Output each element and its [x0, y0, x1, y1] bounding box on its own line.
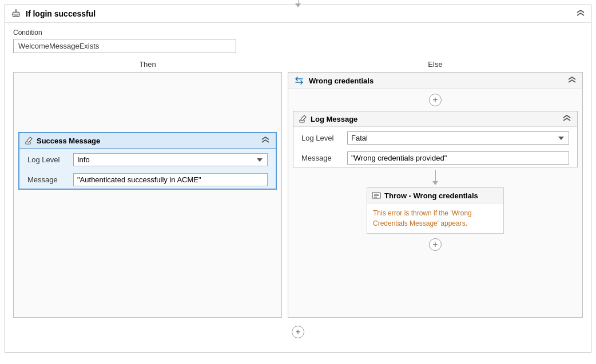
double-chevron-up-icon [576, 10, 585, 17]
throw-icon [372, 191, 381, 200]
bottom-row: + [5, 318, 591, 344]
throw-box-header: Throw - Wrong credentials [367, 188, 503, 203]
then-column: Then Success Me [13, 58, 288, 318]
success-message-title: Success Message [37, 137, 100, 145]
outer-panel: If login successful Condition Then [5, 5, 591, 353]
svg-rect-2 [17, 14, 18, 15]
success-double-chevron-up-icon [261, 137, 270, 143]
robot-icon [11, 9, 21, 19]
arrow-line [435, 170, 436, 181]
outer-panel-collapse-btn[interactable] [576, 9, 585, 18]
log-msg-chevron-up-icon [562, 115, 571, 122]
outer-panel-title-group: If login successful [11, 9, 96, 19]
wrong-cred-chevron-up-icon [567, 77, 577, 83]
log-level-select[interactable]: Fatal Trace Debug Info Warning Error [347, 131, 569, 145]
edit-icon [25, 137, 33, 145]
arrow-connector [288, 167, 582, 187]
log-message-panel: Log Message Log Level [293, 111, 578, 167]
log-message-header: Log Message [293, 111, 577, 127]
condition-label: Condition [13, 29, 583, 37]
success-message-collapse-btn[interactable] [261, 136, 270, 145]
log-level-row: Log Level Fatal Trace Debug Info Warning… [293, 127, 577, 147]
else-sub-panel: Wrong credentials + [288, 72, 583, 318]
arrow-head [432, 181, 438, 185]
wrong-credentials-title-group: Wrong credentials [294, 75, 374, 86]
condition-input[interactable] [13, 39, 236, 53]
then-label: Then [13, 58, 282, 72]
log-message-row: Message [293, 147, 577, 167]
main-container: If login successful Condition Then [0, 0, 596, 364]
outer-panel-header: If login successful [5, 5, 591, 23]
success-log-level-label: Log Level [27, 155, 67, 164]
log-message-title: Log Message [311, 115, 357, 123]
log-msg-label: Message [301, 154, 341, 162]
add-circle-1[interactable]: + [429, 94, 442, 106]
wrong-credentials-collapse-btn[interactable] [567, 76, 577, 85]
throw-box-title: Throw - Wrong credentials [384, 191, 478, 200]
success-message-label: Message [27, 175, 67, 184]
success-log-level-select[interactable]: Info Trace Debug Warning Error Fatal [73, 153, 268, 166]
success-log-level-row: Log Level Info Trace Debug Warning Error… [19, 149, 276, 169]
else-label: Else [288, 58, 583, 72]
svg-rect-0 [13, 12, 19, 17]
log-edit-icon [299, 115, 307, 123]
log-message-title-group: Log Message [299, 115, 357, 123]
throw-box: Throw - Wrong credentials This error is … [367, 187, 504, 234]
wrong-credentials-header: Wrong credentials [288, 73, 582, 89]
log-message-input[interactable] [347, 151, 569, 165]
success-message-row: Message [19, 169, 276, 189]
svg-point-4 [15, 10, 17, 11]
outer-panel-title: If login successful [26, 9, 96, 18]
success-message-title-group: Success Message [25, 137, 100, 145]
success-message-panel: Success Message [18, 132, 277, 190]
condition-section: Condition [5, 23, 591, 58]
bottom-add-circle[interactable]: + [292, 326, 304, 338]
log-message-collapse-btn[interactable] [562, 114, 571, 123]
add-circle-2[interactable]: + [429, 238, 442, 251]
success-message-input[interactable] [73, 173, 268, 186]
svg-rect-1 [14, 14, 15, 15]
swap-arrows-icon [294, 75, 304, 86]
then-inner: Success Message [14, 73, 281, 313]
wrong-credentials-title: Wrong credentials [309, 77, 374, 85]
columns-header: Then Success Me [5, 58, 591, 318]
success-message-header: Success Message [19, 133, 276, 149]
then-sub-panel: Success Message [13, 72, 282, 318]
log-level-label: Log Level [301, 134, 341, 142]
else-column: Else Wrong credentials [288, 58, 583, 318]
throw-box-body: This error is thrown if the 'Wrong Crede… [367, 203, 503, 233]
